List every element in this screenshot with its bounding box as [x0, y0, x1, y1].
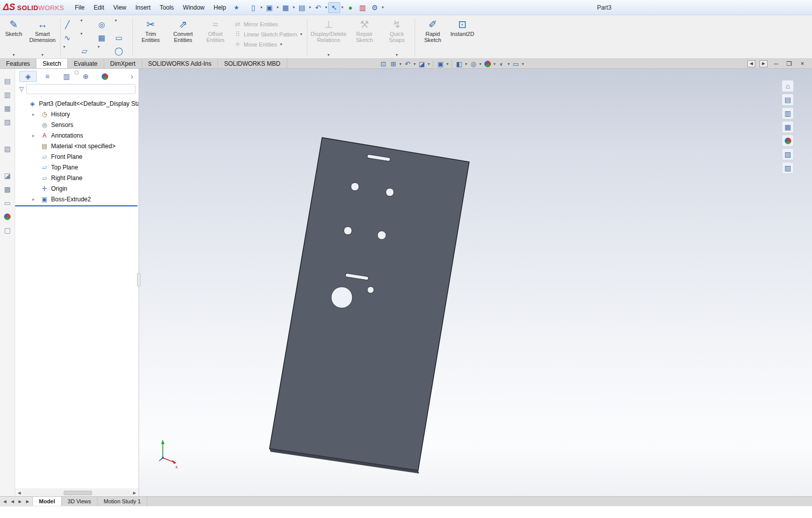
section-view[interactable]: ◪ [417, 59, 427, 68]
part-hole-1[interactable] [351, 183, 359, 191]
zoom-to-area-caret[interactable]: ▾ [398, 62, 402, 66]
open[interactable]: ▣ [263, 2, 276, 13]
collapse-left-pane-button[interactable]: ◀ [747, 60, 755, 67]
spline-tool-caret[interactable]: ▾ [79, 31, 97, 45]
select-caret[interactable]: ▾ [340, 5, 344, 10]
side-toolbar-icon-8[interactable]: ▭ [3, 198, 13, 208]
bottom-tab-model[interactable]: Model [33, 497, 62, 506]
view-settings[interactable]: ▭ [511, 59, 521, 68]
menu-window[interactable]: Window [178, 2, 209, 14]
tree-item-sensors[interactable]: ◎Sensors [15, 119, 139, 130]
file-explorer-icon[interactable]: ▥ [782, 107, 794, 119]
tab-solidworks-mbd[interactable]: SOLIDWORKS MBD [218, 59, 287, 68]
circle-tool-caret[interactable]: ▾ [114, 18, 131, 31]
tree-item-right-plane[interactable]: ▱Right Plane [15, 172, 139, 183]
scroll-thumb[interactable] [64, 491, 92, 495]
scroll-tabs-last[interactable]: ▶ [24, 499, 31, 504]
line-tool[interactable]: ╱ [62, 18, 79, 31]
smart-dimension-dropdown-caret[interactable]: ▾ [40, 53, 44, 58]
hide-show-items-caret[interactable]: ▾ [478, 62, 482, 66]
menu-insert[interactable]: Insert [131, 2, 155, 14]
restore-button[interactable]: ❒ [785, 60, 794, 68]
side-toolbar-icon-10[interactable]: ▢ [3, 225, 13, 235]
expand-pane-chevron[interactable]: › [127, 71, 137, 82]
appearances-icon[interactable] [782, 135, 794, 147]
tree-hscrollbar[interactable]: ◀ ▶ [15, 489, 139, 496]
model-view[interactable]: x [139, 69, 812, 496]
ellipse-tool[interactable]: ◯ [114, 45, 131, 58]
polygon-tool-caret[interactable]: ▾ [97, 45, 114, 58]
quick-snaps-button[interactable]: ↯ Quick Snaps ▾ [381, 16, 413, 58]
expand-arrow[interactable]: ▸ [32, 133, 35, 138]
apply-scene[interactable]: ◐ [497, 59, 507, 68]
tree-item-annotations[interactable]: ▸AAnnotations [15, 130, 139, 141]
options-caret[interactable]: ▾ [381, 5, 385, 10]
smart-dimension-button[interactable]: ↔ Smart Dimension ▾ [26, 16, 59, 58]
side-toolbar-icon-7[interactable]: ▩ [3, 184, 13, 194]
select[interactable]: ↖ [328, 2, 340, 13]
open-caret[interactable]: ▾ [276, 5, 280, 10]
tree-item-top-plane[interactable]: ▱Top Plane [15, 162, 139, 172]
menu-edit[interactable]: Edit [89, 2, 109, 14]
tree-item-origin[interactable]: ✛Origin [15, 183, 139, 194]
scroll-right-arrow[interactable]: ▶ [131, 491, 138, 495]
tree-item-boss-extrude2[interactable]: ▸▣Boss-Extrude2 [15, 194, 139, 204]
panel-splitter-handle[interactable] [74, 70, 79, 75]
line-tool-caret[interactable]: ▾ [79, 18, 97, 31]
tab-evaluate[interactable]: Evaluate [68, 59, 104, 68]
configurationmanager-tab[interactable]: ▥ [58, 71, 75, 82]
scroll-tabs-first[interactable]: ◀ [2, 499, 8, 504]
scroll-tabs-next[interactable]: ▶ [17, 499, 23, 504]
rectangle-tool-caret[interactable]: ▾ [62, 45, 79, 58]
view-orientation[interactable]: ▣ [435, 59, 445, 68]
expand-arrow[interactable]: ▸ [32, 197, 35, 202]
pin-menu-icon[interactable]: ★ [234, 4, 239, 11]
filter-funnel-icon[interactable]: ▽ [19, 85, 24, 93]
solidworks-resources-icon[interactable]: ▨ [782, 162, 794, 174]
print-caret[interactable]: ▾ [308, 5, 312, 10]
side-toolbar-icon-9[interactable] [3, 211, 13, 222]
rollback-bar[interactable] [15, 205, 138, 206]
rebuild[interactable]: ● [344, 2, 356, 13]
quick-snaps-caret[interactable]: ▾ [395, 53, 399, 58]
part-hole-2[interactable] [386, 188, 394, 196]
scroll-left-arrow[interactable]: ◀ [16, 491, 23, 495]
move-entities-caret[interactable]: ▾ [279, 42, 283, 47]
move-entities-button[interactable]: ✛ Move Entities ▾ [234, 40, 303, 48]
save-caret[interactable]: ▾ [292, 5, 296, 10]
tree-item-material-not-specified[interactable]: ▤Material <not specified> [15, 141, 139, 151]
part-hole-6[interactable] [368, 287, 374, 293]
tree-filter-input[interactable] [26, 84, 136, 94]
display-style-caret[interactable]: ▾ [464, 62, 468, 66]
new-document[interactable]: ▯ [247, 2, 259, 13]
spline-tool[interactable]: ∿ [62, 31, 79, 45]
edit-appearance-caret[interactable]: ▾ [492, 62, 497, 66]
design-library-icon[interactable]: ▤ [782, 94, 794, 106]
view-palette-icon[interactable]: ▦ [782, 121, 794, 133]
undo[interactable]: ↶ [312, 2, 324, 13]
menu-view[interactable]: View [109, 2, 131, 14]
side-toolbar-icon-1[interactable]: ▤ [3, 76, 13, 86]
undo-caret[interactable]: ▾ [324, 5, 328, 10]
side-toolbar-icon-4[interactable]: ▧ [3, 117, 13, 127]
sketch-dropdown-caret[interactable]: ▾ [12, 53, 16, 58]
tree-item-front-plane[interactable]: ▱Front Plane [15, 151, 139, 162]
bottom-tab-motion-study-1[interactable]: Motion Study 1 [98, 497, 147, 506]
file-properties[interactable]: ▥ [356, 2, 369, 13]
instant2d-button[interactable]: ⊡ Instant2D [449, 16, 476, 58]
side-toolbar-icon-3[interactable]: ▦ [3, 103, 13, 113]
menu-help[interactable]: Help [209, 2, 231, 14]
options[interactable]: ⚙ [369, 2, 381, 13]
apply-scene-caret[interactable]: ▾ [507, 62, 511, 66]
panel-divider-grip[interactable] [137, 273, 141, 286]
linear-sketch-pattern-button[interactable]: ⠿ Linear Sketch Pattern ▾ [234, 30, 303, 38]
scroll-tabs-prev[interactable]: ◀ [9, 499, 16, 504]
displaymanager-tab[interactable] [96, 71, 114, 82]
trim-entities-button[interactable]: ✂ Trim Entities [134, 16, 167, 58]
sketch-button[interactable]: ✎ Sketch ▾ [1, 16, 26, 58]
print[interactable]: ▤ [296, 2, 308, 13]
tab-features[interactable]: Features [0, 59, 36, 68]
scroll-track[interactable] [23, 490, 131, 496]
section-view-caret[interactable]: ▾ [427, 62, 431, 66]
mirror-entities-button[interactable]: ⇄ Mirror Entities [234, 20, 303, 28]
